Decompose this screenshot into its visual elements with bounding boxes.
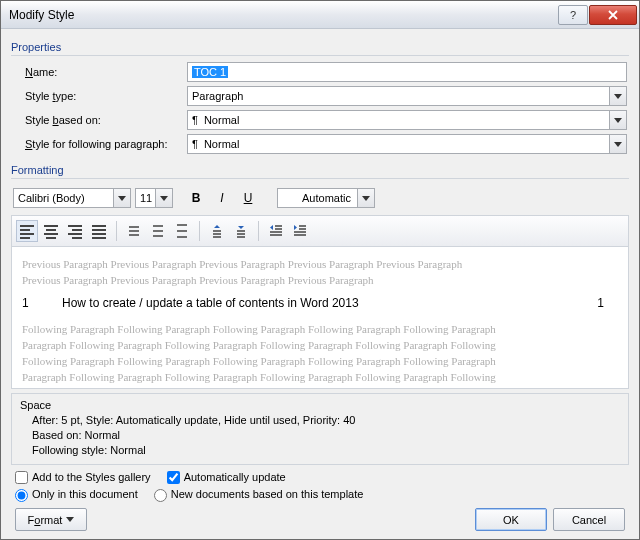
style-preview: Previous Paragraph Previous Paragraph Pr… [11, 247, 629, 389]
desc-line: Following style: Normal [20, 443, 620, 458]
desc-head: Space [20, 398, 620, 413]
align-left-button[interactable] [16, 220, 38, 242]
following-value: Normal [204, 138, 239, 150]
chevron-down-icon [155, 189, 172, 207]
help-button[interactable]: ? [558, 5, 588, 25]
new-documents-radio[interactable]: New documents based on this template [154, 488, 364, 502]
chevron-down-icon [609, 135, 626, 153]
increase-indent-button[interactable] [289, 220, 311, 242]
preview-following: Paragraph Following Paragraph Following … [22, 370, 624, 386]
pilcrow-icon: ¶ [192, 138, 198, 150]
separator [116, 221, 117, 241]
close-icon [608, 10, 618, 20]
window-buttons: ? [558, 5, 637, 25]
options: Add to the Styles gallery Automatically … [11, 465, 629, 504]
preview-following: Following Paragraph Following Paragraph … [22, 386, 624, 389]
font-size-select[interactable]: 11 [135, 188, 173, 208]
preview-following: Paragraph Following Paragraph Following … [22, 338, 624, 354]
align-center-button[interactable] [40, 220, 62, 242]
pilcrow-icon: ¶ [192, 114, 198, 126]
preview-following: Following Paragraph Following Paragraph … [22, 322, 624, 338]
style-description: Space After: 5 pt, Style: Automatically … [11, 393, 629, 464]
sample-text: How to create / update a table of conten… [62, 295, 564, 312]
font-value: Calibri (Body) [18, 192, 85, 204]
font-select[interactable]: Calibri (Body) [13, 188, 131, 208]
name-input[interactable]: TOC 1 [187, 62, 627, 82]
based-on-select[interactable]: ¶ Normal [187, 110, 627, 130]
line-spacing-15-button[interactable] [147, 220, 169, 242]
chevron-down-icon [113, 189, 130, 207]
style-type-select[interactable]: Paragraph [187, 86, 627, 106]
desc-line: After: 5 pt, Style: Automatically update… [20, 413, 620, 428]
properties-heading: Properties [11, 37, 629, 56]
dialog-footer: Format OK Cancel [11, 504, 629, 531]
italic-button[interactable]: I [211, 187, 233, 209]
chevron-down-icon [609, 111, 626, 129]
ok-button[interactable]: OK [475, 508, 547, 531]
following-select[interactable]: ¶ Normal [187, 134, 627, 154]
window-title: Modify Style [9, 8, 558, 22]
only-this-document-radio[interactable]: Only in this document [15, 488, 138, 502]
separator [199, 221, 200, 241]
decrease-indent-button[interactable] [265, 220, 287, 242]
font-color-value: Automatic [302, 192, 351, 204]
modify-style-dialog: Modify Style ? Properties Name: TOC 1 St… [0, 0, 640, 540]
preview-previous: Previous Paragraph Previous Paragraph Pr… [22, 257, 624, 273]
space-before-decrease-button[interactable] [230, 220, 252, 242]
bold-button[interactable]: B [185, 187, 207, 209]
based-on-value: Normal [204, 114, 239, 126]
based-on-label: Style based on: [13, 114, 183, 126]
align-justify-button[interactable] [88, 220, 110, 242]
preview-sample: 1 How to create / update a table of cont… [22, 289, 624, 322]
chevron-down-icon [609, 87, 626, 105]
cancel-button[interactable]: Cancel [553, 508, 625, 531]
titlebar: Modify Style ? [1, 1, 639, 29]
chevron-down-icon [66, 517, 74, 522]
name-value: TOC 1 [192, 66, 228, 78]
dialog-body: Properties Name: TOC 1 Style type: Parag… [1, 29, 639, 539]
separator [258, 221, 259, 241]
preview-following: Following Paragraph Following Paragraph … [22, 354, 624, 370]
formatting-row: Calibri (Body) 11 B I U Automatic [11, 185, 629, 211]
font-size-value: 11 [140, 192, 152, 204]
chevron-down-icon [357, 189, 374, 207]
formatting-heading: Formatting [11, 160, 629, 179]
underline-button[interactable]: U [237, 187, 259, 209]
line-spacing-2-button[interactable] [171, 220, 193, 242]
space-before-increase-button[interactable] [206, 220, 228, 242]
properties-grid: Name: TOC 1 Style type: Paragraph Style … [11, 62, 629, 154]
desc-line: Based on: Normal [20, 428, 620, 443]
format-button[interactable]: Format [15, 508, 87, 531]
style-type-value: Paragraph [192, 90, 243, 102]
auto-update-checkbox[interactable]: Automatically update [167, 471, 286, 485]
style-type-label: Style type: [13, 90, 183, 102]
following-label: Style for following paragraph: [13, 138, 183, 150]
preview-previous: Previous Paragraph Previous Paragraph Pr… [22, 273, 624, 289]
add-to-gallery-checkbox[interactable]: Add to the Styles gallery [15, 471, 151, 485]
sample-page: 1 [564, 295, 604, 312]
name-label: Name: [13, 66, 183, 78]
align-right-button[interactable] [64, 220, 86, 242]
paragraph-toolbar [11, 215, 629, 247]
line-spacing-1-button[interactable] [123, 220, 145, 242]
sample-number: 1 [22, 295, 62, 312]
close-button[interactable] [589, 5, 637, 25]
font-color-select[interactable]: Automatic [277, 188, 375, 208]
